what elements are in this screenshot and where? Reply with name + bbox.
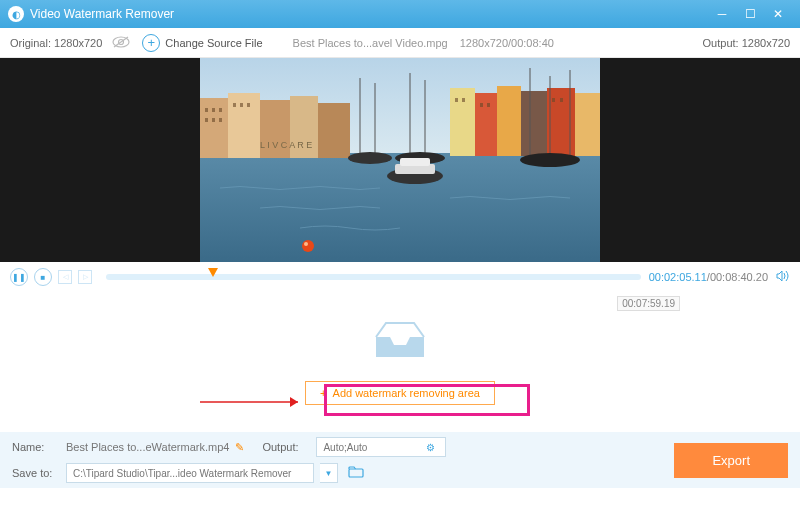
original-resolution: 1280x720 xyxy=(54,37,102,49)
watermark-drop-area: 00:07:59.19 + Add watermark removing are… xyxy=(0,292,800,432)
svg-rect-18 xyxy=(219,108,222,112)
svg-rect-43 xyxy=(400,158,430,166)
output-settings-icon[interactable]: ⚙ xyxy=(426,442,435,453)
player-controls: ❚❚ ■ ◁ ▷ 00:02:05.11/00:08:40.20 xyxy=(0,262,800,292)
svg-rect-24 xyxy=(247,103,250,107)
maximize-button[interactable]: ☐ xyxy=(736,4,764,24)
save-path-value: C:\Tipard Studio\Tipar...ideo Watermark … xyxy=(73,468,291,479)
svg-rect-9 xyxy=(318,103,350,158)
svg-rect-22 xyxy=(233,103,236,107)
source-resolution-time: 1280x720/00:08:40 xyxy=(460,37,554,49)
svg-point-44 xyxy=(302,240,314,252)
svg-rect-12 xyxy=(497,86,521,156)
svg-rect-26 xyxy=(462,98,465,102)
playhead-marker[interactable] xyxy=(208,268,218,277)
svg-rect-11 xyxy=(475,93,497,156)
current-time: 00:02:05.11 xyxy=(649,271,707,283)
add-watermark-area-button[interactable]: + Add watermark removing area xyxy=(305,381,495,405)
svg-rect-25 xyxy=(455,98,458,102)
output-label: Output: xyxy=(703,37,739,49)
minimize-button[interactable]: ─ xyxy=(708,4,736,24)
svg-rect-13 xyxy=(521,91,547,156)
callout-arrow-icon xyxy=(198,392,308,412)
time-tooltip: 00:07:59.19 xyxy=(617,296,680,311)
svg-rect-17 xyxy=(212,108,215,112)
add-watermark-label: Add watermark removing area xyxy=(333,387,480,399)
svg-rect-5 xyxy=(200,98,228,158)
svg-rect-29 xyxy=(552,98,555,102)
svg-rect-27 xyxy=(480,103,483,107)
stop-button[interactable]: ■ xyxy=(34,268,52,286)
close-button[interactable]: ✕ xyxy=(764,4,792,24)
pause-button[interactable]: ❚❚ xyxy=(10,268,28,286)
save-to-label: Save to: xyxy=(12,467,60,479)
output-format-value: Auto;Auto xyxy=(323,442,367,453)
svg-rect-16 xyxy=(205,108,208,112)
save-path-field[interactable]: C:\Tipard Studio\Tipar...ideo Watermark … xyxy=(66,463,314,483)
step-back-button[interactable]: ◁ xyxy=(58,270,72,284)
edit-name-icon[interactable]: ✎ xyxy=(235,441,244,454)
svg-rect-20 xyxy=(212,118,215,122)
svg-rect-21 xyxy=(219,118,222,122)
output-name: Best Places to...eWatermark.mp4 xyxy=(66,441,229,453)
svg-point-45 xyxy=(304,242,308,246)
add-source-icon[interactable]: + xyxy=(142,34,160,52)
save-path-dropdown[interactable]: ▼ xyxy=(320,463,338,483)
output-format-select[interactable]: Auto;Auto ⚙ xyxy=(316,437,446,457)
original-label: Original: xyxy=(10,37,51,49)
svg-rect-19 xyxy=(205,118,208,122)
video-preview[interactable]: L I V C A R E xyxy=(0,58,800,262)
plus-icon: + xyxy=(320,387,326,399)
change-source-button[interactable]: Change Source File xyxy=(165,37,262,49)
svg-rect-48 xyxy=(349,469,363,477)
name-label: Name: xyxy=(12,441,60,453)
svg-rect-28 xyxy=(487,103,490,107)
preview-toggle-icon[interactable] xyxy=(112,36,130,50)
output-format-label: Output: xyxy=(262,441,310,453)
toolbar: Original: 1280x720 + Change Source File … xyxy=(0,28,800,58)
output-resolution: 1280x720 xyxy=(742,37,790,49)
app-logo-icon: ◐ xyxy=(8,6,24,22)
svg-point-38 xyxy=(348,152,392,164)
source-filename: Best Places to...avel Video.mpg xyxy=(293,37,448,49)
svg-rect-15 xyxy=(575,93,600,156)
bottom-bar: Name: Best Places to...eWatermark.mp4 ✎ … xyxy=(0,432,800,488)
total-time: /00:08:40.20 xyxy=(707,271,768,283)
svg-rect-23 xyxy=(240,103,243,107)
inbox-icon xyxy=(372,319,428,361)
svg-rect-30 xyxy=(560,98,563,102)
browse-folder-icon[interactable] xyxy=(348,466,364,480)
svg-rect-6 xyxy=(228,93,260,158)
volume-icon[interactable] xyxy=(776,270,790,284)
svg-text:L I V C A R E: L I V C A R E xyxy=(260,140,312,150)
titlebar: ◐ Video Watermark Remover ─ ☐ ✕ xyxy=(0,0,800,28)
app-title: Video Watermark Remover xyxy=(30,7,708,21)
export-button[interactable]: Export xyxy=(674,443,788,478)
timeline-slider[interactable] xyxy=(106,274,641,280)
step-forward-button[interactable]: ▷ xyxy=(78,270,92,284)
preview-frame: L I V C A R E xyxy=(200,58,600,262)
svg-point-40 xyxy=(520,153,580,167)
